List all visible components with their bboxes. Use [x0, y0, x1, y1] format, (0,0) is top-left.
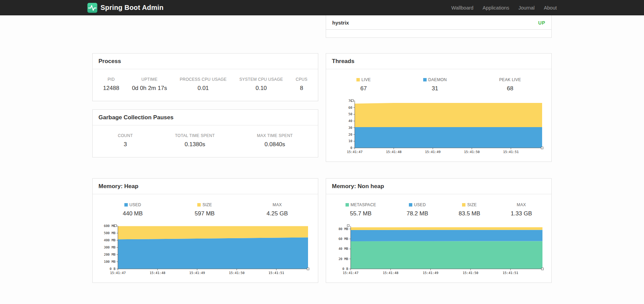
legend-live: LIVE 67: [356, 77, 371, 92]
svg-text:20 MB: 20 MB: [338, 257, 348, 261]
threads-legend: LIVE 67 DAEMON 31 PEAK LIVE: [326, 69, 551, 95]
memory-heap-chart: 0 B100 MB200 MB300 MB400 MB500 MB600 MB1…: [97, 223, 316, 277]
svg-text:0: 0: [350, 146, 352, 150]
svg-text:0 B: 0 B: [342, 267, 348, 271]
heap-used-swatch-icon: [124, 203, 128, 207]
svg-text:15:41:51: 15:41:51: [503, 150, 519, 154]
svg-text:20: 20: [349, 133, 353, 136]
svg-text:60 MB: 60 MB: [338, 237, 348, 241]
svg-text:15:41:49: 15:41:49: [423, 271, 439, 275]
svg-text:40: 40: [349, 119, 353, 123]
nav-links: Wallboard Applications Journal About: [442, 5, 557, 11]
memory-heap-legend: USED 440 MB SIZE 597 MB MAX: [93, 194, 318, 220]
gc-card-title: Garbage Collection Pauses: [93, 110, 318, 125]
svg-text:80 MB: 80 MB: [338, 227, 348, 231]
process-stats: PID 12488 UPTIME 0d 0h 2m 17s PROCESS CP…: [93, 69, 318, 101]
brand-title: Spring Boot Admin: [101, 4, 164, 12]
stat-process-cpu: PROCESS CPU USAGE 0.01: [180, 77, 227, 92]
legend-metaspace: METASPACE 55.7 MB: [346, 202, 376, 217]
legend-heap-used: USED 440 MB: [123, 202, 143, 217]
svg-text:15:41:49: 15:41:49: [189, 271, 205, 275]
svg-text:15:41:49: 15:41:49: [425, 150, 441, 154]
svg-text:0 B: 0 B: [110, 267, 116, 271]
stat-pid: PID 12488: [103, 77, 119, 92]
nav-applications[interactable]: Applications: [482, 5, 509, 11]
nav-journal[interactable]: Journal: [519, 5, 535, 11]
svg-text:15:41:51: 15:41:51: [503, 271, 518, 275]
application-row-hystrix[interactable]: hystrix UP: [326, 15, 551, 30]
stat-gc-total-time: TOTAL TIME SPENT 0.1380s: [175, 133, 215, 148]
svg-text:15:41:48: 15:41:48: [150, 271, 165, 275]
process-card-title: Process: [93, 54, 318, 69]
svg-text:10: 10: [349, 139, 353, 143]
svg-text:15:41:50: 15:41:50: [229, 271, 245, 275]
metaspace-swatch-icon: [346, 203, 349, 207]
svg-text:15:41:47: 15:41:47: [343, 271, 358, 275]
main-content: hystrix UP Process PID 12488 UPTIME 0d 0…: [92, 15, 552, 283]
legend-heap-size: SIZE 597 MB: [195, 202, 215, 217]
svg-text:15:41:48: 15:41:48: [383, 271, 398, 275]
stat-gc-count: COUNT 3: [118, 133, 133, 148]
daemon-swatch-icon: [423, 78, 427, 81]
legend-nonheap-max: MAX 1.33 GB: [511, 202, 532, 217]
gc-stats: COUNT 3 TOTAL TIME SPENT 0.1380s MAX TIM…: [93, 125, 318, 157]
nav-wallboard[interactable]: Wallboard: [451, 5, 474, 11]
svg-text:200 MB: 200 MB: [104, 253, 116, 256]
applications-status-card: hystrix UP: [326, 15, 552, 38]
process-card: Process PID 12488 UPTIME 0d 0h 2m 17s PR…: [92, 53, 318, 101]
status-badge: UP: [538, 20, 545, 26]
svg-text:15:41:51: 15:41:51: [269, 271, 284, 275]
memory-nonheap-chart: 0 B20 MB40 MB60 MB80 MB15:41:4715:41:481…: [331, 223, 549, 277]
svg-text:500 MB: 500 MB: [104, 231, 116, 235]
memory-nonheap-title: Memory: Non heap: [326, 179, 551, 194]
svg-text:15:41:47: 15:41:47: [110, 271, 126, 275]
memory-heap-title: Memory: Heap: [93, 179, 318, 194]
svg-text:50: 50: [349, 112, 353, 116]
memory-heap-card: Memory: Heap USED 440 MB SIZE: [92, 178, 318, 283]
application-name: hystrix: [332, 20, 349, 26]
svg-text:60: 60: [349, 106, 353, 109]
threads-card: Threads LIVE 67 DAEMON 3: [326, 53, 552, 162]
brand-link[interactable]: Spring Boot Admin: [87, 3, 164, 13]
legend-nonheap-size: SIZE 83.5 MB: [459, 202, 480, 217]
stat-system-cpu: SYSTEM CPU USAGE 0.10: [239, 77, 283, 92]
svg-text:40 MB: 40 MB: [338, 247, 348, 250]
nonheap-size-swatch-icon: [462, 203, 465, 207]
legend-heap-max: MAX 4.25 GB: [266, 202, 288, 217]
nonheap-used-swatch-icon: [409, 203, 412, 207]
stat-cpus: CPUS 8: [296, 77, 308, 92]
stat-uptime: UPTIME 0d 0h 2m 17s: [132, 77, 167, 92]
svg-text:600 MB: 600 MB: [104, 224, 116, 228]
svg-text:15:41:48: 15:41:48: [386, 150, 402, 154]
svg-text:400 MB: 400 MB: [104, 238, 116, 242]
threads-chart: 01020304050607015:41:4715:41:4815:41:491…: [331, 98, 549, 156]
svg-text:15:41:50: 15:41:50: [463, 271, 478, 275]
spring-boot-admin-logo-icon: [87, 3, 97, 13]
live-swatch-icon: [356, 78, 360, 81]
legend-daemon: DAEMON 31: [423, 77, 447, 92]
memory-nonheap-card: Memory: Non heap METASPACE 55.7 MB USED: [326, 178, 552, 283]
threads-card-title: Threads: [326, 54, 551, 69]
memory-nonheap-legend: METASPACE 55.7 MB USED 78.2 MB: [326, 194, 551, 220]
gc-card: Garbage Collection Pauses COUNT 3 TOTAL …: [92, 109, 318, 157]
stat-gc-max-time: MAX TIME SPENT 0.0840s: [257, 133, 293, 148]
svg-text:100 MB: 100 MB: [104, 260, 116, 263]
svg-text:15:41:50: 15:41:50: [464, 150, 480, 154]
navbar: Spring Boot Admin Wallboard Applications…: [0, 0, 644, 15]
heap-size-swatch-icon: [197, 203, 201, 207]
svg-text:15:41:47: 15:41:47: [347, 150, 363, 154]
svg-text:300 MB: 300 MB: [104, 245, 116, 249]
legend-peak-live: PEAK LIVE 68: [499, 77, 521, 92]
legend-nonheap-used: USED 78.2 MB: [407, 202, 428, 217]
nav-about[interactable]: About: [544, 5, 557, 11]
svg-text:30: 30: [349, 126, 353, 130]
